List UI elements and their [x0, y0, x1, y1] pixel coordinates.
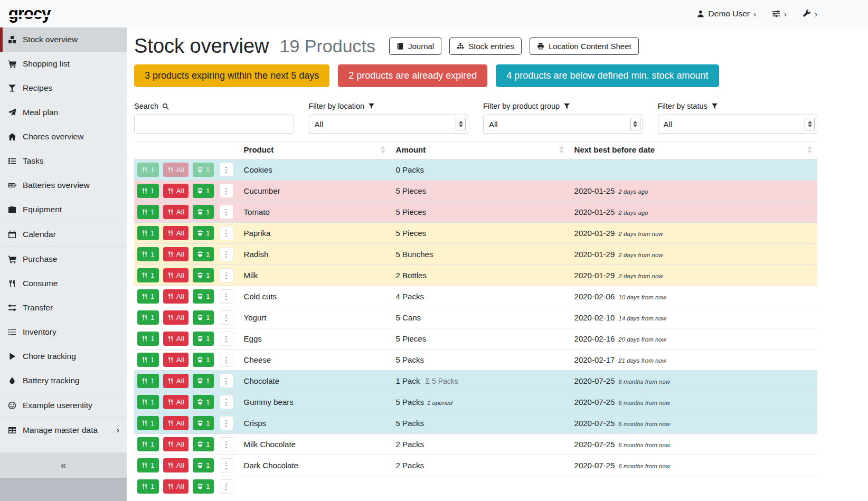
journal-button[interactable]: Journal — [389, 37, 441, 55]
table-row: 1 All 1 ⋮ Paprika 5 Pieces 2020-01-292 d… — [134, 223, 817, 244]
consume-all-button[interactable]: All — [163, 310, 188, 325]
sidebar-item-consume[interactable]: Consume — [0, 271, 127, 296]
open-one-button[interactable]: 1 — [193, 479, 214, 494]
consume-one-button[interactable]: 1 — [137, 163, 159, 177]
row-menu-button[interactable]: ⋮ — [220, 353, 233, 367]
consume-one-button[interactable]: 1 — [137, 310, 159, 325]
sidebar-item-calendar[interactable]: Calendar — [0, 222, 127, 247]
consume-all-button[interactable]: All — [163, 247, 188, 261]
product-group-filter-select[interactable]: All — [483, 115, 643, 134]
open-one-button[interactable]: 1 — [193, 416, 214, 430]
consume-one-button[interactable]: 1 — [137, 332, 159, 346]
sidebar-item-chores-overview[interactable]: Chores overview — [0, 125, 127, 149]
amount-column-header[interactable]: Amount — [391, 141, 569, 159]
consume-one-button[interactable]: 1 — [137, 289, 159, 304]
open-one-button[interactable]: 1 — [193, 374, 214, 388]
sidebar-item-recipes[interactable]: Recipes — [0, 76, 127, 100]
sidebar-item-chore-tracking[interactable]: Chore tracking — [0, 344, 127, 368]
grocy-logo[interactable]: grocy — [8, 4, 50, 23]
sidebar-item-stock-overview[interactable]: Stock overview — [0, 27, 127, 52]
consume-all-button[interactable]: All — [163, 332, 188, 346]
row-menu-button[interactable]: ⋮ — [220, 268, 233, 282]
row-menu-button[interactable]: ⋮ — [220, 332, 233, 346]
row-menu-button[interactable]: ⋮ — [220, 247, 233, 261]
consume-one-button[interactable]: 1 — [137, 205, 159, 219]
consume-all-button[interactable]: All — [163, 416, 188, 430]
status-filter-select[interactable]: All — [658, 115, 818, 134]
consume-all-button[interactable]: All — [163, 458, 188, 472]
sidebar-item-tasks[interactable]: Tasks — [0, 149, 127, 173]
consume-all-button[interactable]: All — [163, 479, 188, 494]
consume-one-button[interactable]: 1 — [137, 374, 159, 388]
consume-all-button[interactable]: All — [163, 374, 188, 388]
sidebar-item-equipment[interactable]: Equipment — [0, 197, 127, 222]
admin-menu[interactable]: › — [803, 10, 817, 18]
expiring-banner[interactable]: 3 products expiring within the next 5 da… — [134, 64, 329, 87]
product-column-header[interactable]: Product — [239, 141, 391, 159]
sidebar-item-purchase[interactable]: Purchase — [0, 247, 127, 271]
open-one-button[interactable]: 1 — [193, 163, 214, 177]
open-one-button[interactable]: 1 — [193, 458, 214, 472]
open-one-button[interactable]: 1 — [193, 353, 214, 367]
sidebar-item-transfer[interactable]: Transfer — [0, 296, 127, 320]
sidebar-item-manage-master-data[interactable]: Manage master data › — [0, 418, 127, 442]
open-one-button[interactable]: 1 — [193, 332, 214, 346]
row-menu-button[interactable]: ⋮ — [220, 289, 233, 304]
open-one-button[interactable]: 1 — [193, 205, 214, 219]
row-menu-button[interactable]: ⋮ — [220, 395, 233, 409]
open-one-button[interactable]: 1 — [193, 310, 214, 325]
consume-all-button[interactable]: All — [163, 205, 188, 219]
consume-one-button[interactable]: 1 — [137, 458, 159, 472]
consume-one-button[interactable]: 1 — [137, 479, 159, 494]
consume-one-button[interactable]: 1 — [137, 437, 159, 451]
row-menu-button[interactable]: ⋮ — [220, 416, 233, 430]
sidebar-item-meal-plan[interactable]: Meal plan — [0, 100, 127, 125]
row-menu-button[interactable]: ⋮ — [220, 479, 233, 494]
user-menu[interactable]: Demo User › — [696, 9, 756, 18]
location-filter-select[interactable]: All — [309, 115, 469, 134]
sidebar-item-inventory[interactable]: Inventory — [0, 320, 127, 344]
location-content-sheet-button[interactable]: Location Content Sheet — [530, 37, 639, 55]
sidebar-collapse-button[interactable]: « — [0, 452, 127, 478]
row-menu-button[interactable]: ⋮ — [220, 184, 233, 198]
sidebar-item-shopping-list[interactable]: Shopping list — [0, 52, 127, 76]
sidebar-item-battery-tracking[interactable]: Battery tracking — [0, 368, 127, 393]
date-column-header[interactable]: Next best before date — [569, 141, 817, 159]
settings-menu[interactable]: › — [772, 10, 787, 18]
expired-banner[interactable]: 2 products are already expired — [338, 64, 487, 87]
consume-one-button[interactable]: 1 — [137, 395, 159, 409]
row-menu-button[interactable]: ⋮ — [220, 226, 233, 240]
sidebar-item-batteries-overview[interactable]: Batteries overview — [0, 173, 127, 197]
consume-one-button[interactable]: 1 — [137, 184, 159, 198]
consume-all-button[interactable]: All — [163, 226, 188, 240]
open-one-button[interactable]: 1 — [193, 289, 214, 304]
consume-all-button[interactable]: All — [163, 437, 188, 451]
stock-entries-button[interactable]: Stock entries — [449, 37, 522, 55]
consume-one-button[interactable]: 1 — [137, 226, 159, 240]
search-input[interactable] — [134, 115, 294, 134]
consume-one-button[interactable]: 1 — [137, 353, 159, 367]
open-one-button[interactable]: 1 — [193, 226, 214, 240]
row-menu-button[interactable]: ⋮ — [220, 458, 233, 472]
consume-one-button[interactable]: 1 — [137, 247, 159, 261]
consume-one-button[interactable]: 1 — [137, 268, 159, 282]
open-one-button[interactable]: 1 — [193, 437, 214, 451]
sidebar-item-example-userentity[interactable]: Example userentity — [0, 393, 127, 418]
open-one-button[interactable]: 1 — [193, 268, 214, 282]
consume-all-button[interactable]: All — [163, 289, 188, 304]
row-menu-button[interactable]: ⋮ — [220, 163, 233, 177]
consume-all-button[interactable]: All — [163, 163, 188, 177]
consume-one-button[interactable]: 1 — [137, 416, 159, 430]
consume-all-button[interactable]: All — [163, 184, 188, 198]
below-min-stock-banner[interactable]: 4 products are below defined min. stock … — [496, 64, 719, 87]
open-one-button[interactable]: 1 — [193, 247, 214, 261]
row-menu-button[interactable]: ⋮ — [220, 374, 233, 388]
consume-all-button[interactable]: All — [163, 268, 188, 282]
row-menu-button[interactable]: ⋮ — [220, 437, 233, 451]
open-one-button[interactable]: 1 — [193, 184, 214, 198]
row-menu-button[interactable]: ⋮ — [220, 205, 233, 219]
open-one-button[interactable]: 1 — [193, 395, 214, 409]
consume-all-button[interactable]: All — [163, 395, 188, 409]
consume-all-button[interactable]: All — [163, 353, 188, 367]
row-menu-button[interactable]: ⋮ — [220, 310, 233, 325]
